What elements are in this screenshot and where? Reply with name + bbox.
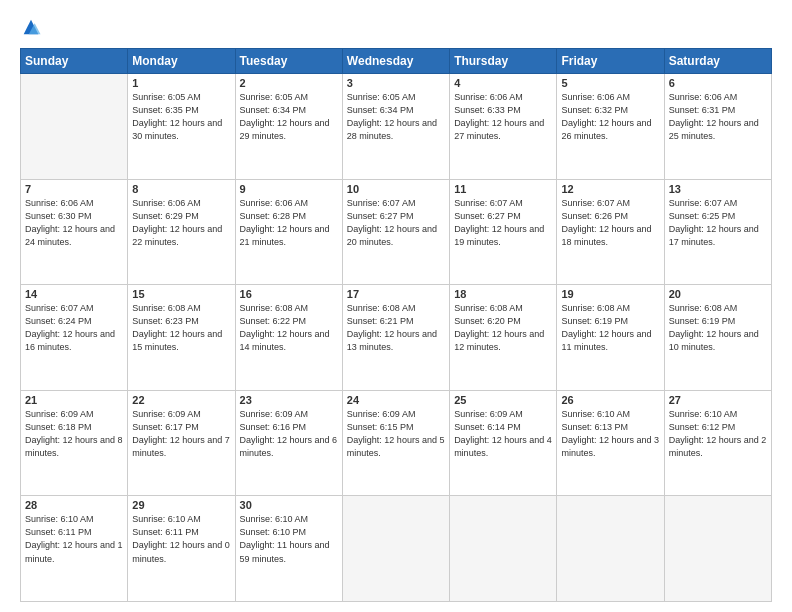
calendar-cell xyxy=(450,496,557,602)
calendar-week-4: 21Sunrise: 6:09 AMSunset: 6:18 PMDayligh… xyxy=(21,390,772,496)
calendar-cell: 17Sunrise: 6:08 AMSunset: 6:21 PMDayligh… xyxy=(342,285,449,391)
calendar-cell: 16Sunrise: 6:08 AMSunset: 6:22 PMDayligh… xyxy=(235,285,342,391)
day-number: 26 xyxy=(561,394,659,406)
calendar-cell: 7Sunrise: 6:06 AMSunset: 6:30 PMDaylight… xyxy=(21,179,128,285)
header xyxy=(20,18,772,38)
day-info: Sunrise: 6:10 AMSunset: 6:11 PMDaylight:… xyxy=(25,513,123,565)
calendar-week-1: 1Sunrise: 6:05 AMSunset: 6:35 PMDaylight… xyxy=(21,74,772,180)
col-header-thursday: Thursday xyxy=(450,49,557,74)
calendar-cell: 18Sunrise: 6:08 AMSunset: 6:20 PMDayligh… xyxy=(450,285,557,391)
calendar-cell: 26Sunrise: 6:10 AMSunset: 6:13 PMDayligh… xyxy=(557,390,664,496)
day-number: 15 xyxy=(132,288,230,300)
col-header-tuesday: Tuesday xyxy=(235,49,342,74)
calendar-cell: 23Sunrise: 6:09 AMSunset: 6:16 PMDayligh… xyxy=(235,390,342,496)
day-number: 11 xyxy=(454,183,552,195)
calendar-cell: 21Sunrise: 6:09 AMSunset: 6:18 PMDayligh… xyxy=(21,390,128,496)
col-header-wednesday: Wednesday xyxy=(342,49,449,74)
day-info: Sunrise: 6:10 AMSunset: 6:13 PMDaylight:… xyxy=(561,408,659,460)
day-info: Sunrise: 6:09 AMSunset: 6:17 PMDaylight:… xyxy=(132,408,230,460)
logo-icon xyxy=(20,16,42,38)
calendar-cell: 3Sunrise: 6:05 AMSunset: 6:34 PMDaylight… xyxy=(342,74,449,180)
calendar-cell: 15Sunrise: 6:08 AMSunset: 6:23 PMDayligh… xyxy=(128,285,235,391)
day-info: Sunrise: 6:07 AMSunset: 6:27 PMDaylight:… xyxy=(347,197,445,249)
day-number: 29 xyxy=(132,499,230,511)
day-number: 3 xyxy=(347,77,445,89)
day-info: Sunrise: 6:07 AMSunset: 6:26 PMDaylight:… xyxy=(561,197,659,249)
day-info: Sunrise: 6:05 AMSunset: 6:35 PMDaylight:… xyxy=(132,91,230,143)
calendar-cell xyxy=(21,74,128,180)
day-info: Sunrise: 6:07 AMSunset: 6:25 PMDaylight:… xyxy=(669,197,767,249)
day-info: Sunrise: 6:10 AMSunset: 6:11 PMDaylight:… xyxy=(132,513,230,565)
day-number: 20 xyxy=(669,288,767,300)
calendar-cell: 4Sunrise: 6:06 AMSunset: 6:33 PMDaylight… xyxy=(450,74,557,180)
calendar-cell: 20Sunrise: 6:08 AMSunset: 6:19 PMDayligh… xyxy=(664,285,771,391)
calendar-cell xyxy=(664,496,771,602)
day-info: Sunrise: 6:06 AMSunset: 6:28 PMDaylight:… xyxy=(240,197,338,249)
calendar-cell: 29Sunrise: 6:10 AMSunset: 6:11 PMDayligh… xyxy=(128,496,235,602)
day-info: Sunrise: 6:07 AMSunset: 6:27 PMDaylight:… xyxy=(454,197,552,249)
calendar-week-5: 28Sunrise: 6:10 AMSunset: 6:11 PMDayligh… xyxy=(21,496,772,602)
day-info: Sunrise: 6:10 AMSunset: 6:12 PMDaylight:… xyxy=(669,408,767,460)
day-number: 24 xyxy=(347,394,445,406)
day-number: 2 xyxy=(240,77,338,89)
col-header-sunday: Sunday xyxy=(21,49,128,74)
day-info: Sunrise: 6:08 AMSunset: 6:19 PMDaylight:… xyxy=(561,302,659,354)
calendar-table: SundayMondayTuesdayWednesdayThursdayFrid… xyxy=(20,48,772,602)
day-info: Sunrise: 6:09 AMSunset: 6:18 PMDaylight:… xyxy=(25,408,123,460)
day-number: 28 xyxy=(25,499,123,511)
col-header-friday: Friday xyxy=(557,49,664,74)
calendar-cell: 11Sunrise: 6:07 AMSunset: 6:27 PMDayligh… xyxy=(450,179,557,285)
calendar-week-3: 14Sunrise: 6:07 AMSunset: 6:24 PMDayligh… xyxy=(21,285,772,391)
calendar-cell: 5Sunrise: 6:06 AMSunset: 6:32 PMDaylight… xyxy=(557,74,664,180)
calendar-cell xyxy=(557,496,664,602)
calendar-cell: 30Sunrise: 6:10 AMSunset: 6:10 PMDayligh… xyxy=(235,496,342,602)
calendar-cell: 6Sunrise: 6:06 AMSunset: 6:31 PMDaylight… xyxy=(664,74,771,180)
day-info: Sunrise: 6:06 AMSunset: 6:32 PMDaylight:… xyxy=(561,91,659,143)
day-number: 18 xyxy=(454,288,552,300)
day-number: 30 xyxy=(240,499,338,511)
day-number: 6 xyxy=(669,77,767,89)
day-number: 16 xyxy=(240,288,338,300)
day-info: Sunrise: 6:09 AMSunset: 6:15 PMDaylight:… xyxy=(347,408,445,460)
day-info: Sunrise: 6:05 AMSunset: 6:34 PMDaylight:… xyxy=(347,91,445,143)
calendar-cell: 9Sunrise: 6:06 AMSunset: 6:28 PMDaylight… xyxy=(235,179,342,285)
day-info: Sunrise: 6:08 AMSunset: 6:21 PMDaylight:… xyxy=(347,302,445,354)
day-info: Sunrise: 6:09 AMSunset: 6:16 PMDaylight:… xyxy=(240,408,338,460)
logo xyxy=(20,18,44,38)
day-number: 5 xyxy=(561,77,659,89)
day-info: Sunrise: 6:06 AMSunset: 6:31 PMDaylight:… xyxy=(669,91,767,143)
day-number: 12 xyxy=(561,183,659,195)
day-number: 10 xyxy=(347,183,445,195)
calendar-cell: 10Sunrise: 6:07 AMSunset: 6:27 PMDayligh… xyxy=(342,179,449,285)
day-info: Sunrise: 6:06 AMSunset: 6:29 PMDaylight:… xyxy=(132,197,230,249)
day-info: Sunrise: 6:08 AMSunset: 6:23 PMDaylight:… xyxy=(132,302,230,354)
calendar-cell: 13Sunrise: 6:07 AMSunset: 6:25 PMDayligh… xyxy=(664,179,771,285)
day-number: 23 xyxy=(240,394,338,406)
day-number: 14 xyxy=(25,288,123,300)
day-info: Sunrise: 6:08 AMSunset: 6:19 PMDaylight:… xyxy=(669,302,767,354)
day-number: 25 xyxy=(454,394,552,406)
day-number: 9 xyxy=(240,183,338,195)
day-info: Sunrise: 6:06 AMSunset: 6:30 PMDaylight:… xyxy=(25,197,123,249)
calendar-cell: 28Sunrise: 6:10 AMSunset: 6:11 PMDayligh… xyxy=(21,496,128,602)
calendar-cell xyxy=(342,496,449,602)
col-header-monday: Monday xyxy=(128,49,235,74)
day-info: Sunrise: 6:09 AMSunset: 6:14 PMDaylight:… xyxy=(454,408,552,460)
day-number: 4 xyxy=(454,77,552,89)
day-number: 7 xyxy=(25,183,123,195)
col-header-saturday: Saturday xyxy=(664,49,771,74)
calendar-cell: 27Sunrise: 6:10 AMSunset: 6:12 PMDayligh… xyxy=(664,390,771,496)
calendar-cell: 14Sunrise: 6:07 AMSunset: 6:24 PMDayligh… xyxy=(21,285,128,391)
day-number: 17 xyxy=(347,288,445,300)
day-number: 21 xyxy=(25,394,123,406)
day-number: 1 xyxy=(132,77,230,89)
day-number: 22 xyxy=(132,394,230,406)
day-number: 19 xyxy=(561,288,659,300)
calendar-header-row: SundayMondayTuesdayWednesdayThursdayFrid… xyxy=(21,49,772,74)
day-info: Sunrise: 6:08 AMSunset: 6:20 PMDaylight:… xyxy=(454,302,552,354)
page: SundayMondayTuesdayWednesdayThursdayFrid… xyxy=(0,0,792,612)
day-info: Sunrise: 6:10 AMSunset: 6:10 PMDaylight:… xyxy=(240,513,338,565)
day-info: Sunrise: 6:08 AMSunset: 6:22 PMDaylight:… xyxy=(240,302,338,354)
day-number: 8 xyxy=(132,183,230,195)
day-info: Sunrise: 6:07 AMSunset: 6:24 PMDaylight:… xyxy=(25,302,123,354)
